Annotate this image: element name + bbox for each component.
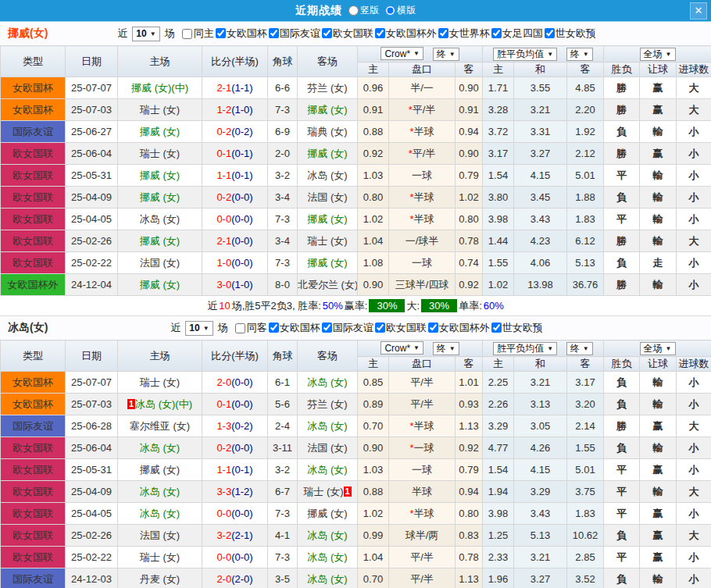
match-count-select[interactable]: 10▼ <box>132 27 159 41</box>
handicap-odds-home: 0.88 <box>358 121 389 143</box>
odds-stage-select[interactable]: 终▼ <box>433 342 459 355</box>
orientation-horizontal-radio[interactable]: 横版 <box>385 4 416 17</box>
league-checkbox[interactable] <box>545 28 555 38</box>
league-checkbox[interactable] <box>428 323 438 333</box>
close-button[interactable]: ✕ <box>690 2 707 20</box>
avg-odds-draw: 13.98 <box>514 274 567 296</box>
league-filter[interactable]: 世女欧预 <box>543 27 596 41</box>
league-checkbox[interactable] <box>216 28 226 38</box>
col-header-date: 日期 <box>66 46 118 77</box>
results-body: 女欧国杯 25-07-07 挪威 (女)(中) 2-1(1-1) 6-6 芬兰 … <box>1 77 711 296</box>
league-filter-label: 欧女国联 <box>386 321 427 335</box>
league-filter[interactable]: 世女欧预 <box>490 321 543 335</box>
avg-stage-select[interactable]: 终▼ <box>566 342 593 355</box>
avg-odds-away: 3.75 <box>567 481 604 503</box>
sub-header-handicap-result: 让球 <box>640 357 677 372</box>
handicap-odds-away: 0.80 <box>456 208 483 230</box>
league-filter[interactable]: 国际友谊 <box>267 27 320 41</box>
avg-odds-draw: 4.06 <box>514 252 567 274</box>
scope-select[interactable]: 全场▼ <box>640 48 676 61</box>
handicap-odds-home: 0.89 <box>358 394 389 415</box>
league-checkbox[interactable] <box>269 28 279 38</box>
league-checkbox[interactable] <box>322 28 332 38</box>
result-handicap: 赢 <box>640 415 677 437</box>
league-filter[interactable]: 女欧国杯 <box>267 321 320 335</box>
league-checkbox[interactable] <box>269 323 279 333</box>
summary-win-odds-label: 赢率: <box>345 299 368 313</box>
handicap-odds-home: 0.80 <box>358 187 389 208</box>
scope-select[interactable]: 全场▼ <box>640 342 676 355</box>
avg-odds-draw: 3.55 <box>514 77 567 99</box>
bookmaker-select[interactable]: Crow*▼ <box>381 47 423 60</box>
team-label: 挪威 (女) <box>307 148 347 159</box>
league-filter[interactable]: 欧女国联 <box>320 27 373 41</box>
orientation-vertical-radio[interactable]: 竖版 <box>348 4 379 17</box>
league-filter[interactable]: 女欧国杯外 <box>427 321 490 335</box>
handicap-line: 平/半 <box>389 547 456 568</box>
halftime-score: (1-0) <box>231 279 252 290</box>
horizontal-radio-input[interactable] <box>385 5 395 16</box>
avg-odds-home: 3.72 <box>483 121 514 143</box>
league-filter-label: 国际友谊 <box>280 27 320 41</box>
league-checkbox[interactable] <box>375 323 385 333</box>
avg-odds-draw: 3.05 <box>514 415 567 437</box>
league-filter[interactable]: 女世界杯 <box>437 27 490 41</box>
league-filter[interactable]: 欧女国联 <box>373 321 427 335</box>
vertical-radio-input[interactable] <box>348 5 359 16</box>
team-label: 冰岛 (女)(中) <box>135 398 192 410</box>
avg-odds-home: 1.71 <box>483 77 514 99</box>
handicap-odds-home: 0.88 <box>358 481 389 503</box>
sub-header-goals-result: 进球数 <box>677 62 711 77</box>
result-goals: 小 <box>677 208 711 230</box>
avg-odds-value: 胜平负均值 <box>497 48 544 61</box>
avg-odds-home: 3.17 <box>483 143 514 165</box>
match-date: 25-06-27 <box>66 121 118 143</box>
avg-odds-select[interactable]: 胜平负均值▼ <box>493 48 557 61</box>
handicap-line: 一球 <box>389 459 456 481</box>
col-header-type: 类型 <box>1 46 66 77</box>
league-filter[interactable]: 女欧国杯 <box>214 27 267 41</box>
handicap-odds-home: 1.04 <box>358 547 389 568</box>
league-checkbox[interactable] <box>491 323 502 333</box>
handicap-line: 球半/两 <box>389 525 456 547</box>
halftime-score: (0-1) <box>231 464 252 476</box>
league-filter[interactable]: 女足四国 <box>490 27 543 41</box>
table-row: 欧女国联 25-02-22 法国 (女) 1-0(0-0) 7-3 挪威 (女)… <box>1 252 711 274</box>
fulltime-score: 3-2 <box>216 529 231 541</box>
changed-line-marker: * <box>409 213 413 225</box>
league-filter[interactable]: 女欧国杯外 <box>373 27 437 41</box>
table-row: 欧女国联 25-04-05 冰岛 (女) 0-0(0-0) 7-3 挪威 (女)… <box>1 503 711 525</box>
result-goals: 小 <box>677 165 711 187</box>
league-filter[interactable]: 国际友谊 <box>320 321 373 335</box>
avg-odds-home: 1.54 <box>483 459 514 481</box>
match-date: 25-02-22 <box>66 252 118 274</box>
chevron-down-icon: ▼ <box>203 325 209 332</box>
same-venue-checkbox[interactable] <box>235 323 245 333</box>
bookmaker-select[interactable]: Crow*▼ <box>381 341 423 355</box>
match-date: 25-02-22 <box>66 547 118 568</box>
same-venue-checkbox[interactable] <box>182 29 192 39</box>
match-count-select[interactable]: 10▼ <box>185 321 213 336</box>
corner-score: 8-0 <box>268 274 298 296</box>
corner-score: 7-3 <box>268 503 298 525</box>
summary-record: 场,胜5平2负3, 胜率: <box>232 299 321 313</box>
team-label: 瑞典 (女) <box>307 126 347 137</box>
handicap-odds-away: 0.78 <box>456 547 483 568</box>
handicap-odds-away: 0.79 <box>456 165 483 187</box>
avg-odds-select[interactable]: 胜平负均值▼ <box>493 342 557 355</box>
league-checkbox[interactable] <box>438 28 448 38</box>
team-label: 冰岛 (女) <box>140 213 180 225</box>
league-checkbox[interactable] <box>491 28 502 38</box>
league-checkbox[interactable] <box>375 28 385 38</box>
odds-stage-value: 终 <box>437 48 446 61</box>
chevron-down-icon: ▼ <box>547 345 553 352</box>
changed-line-marker: * <box>409 191 413 203</box>
odds-stage-select[interactable]: 终▼ <box>433 48 459 61</box>
fulltime-score: 0-0 <box>216 551 231 563</box>
chevron-down-icon: ▼ <box>449 51 456 58</box>
sub-header-result: 胜负 <box>604 357 640 372</box>
league-checkbox[interactable] <box>322 323 332 333</box>
avg-stage-select[interactable]: 终▼ <box>566 48 593 61</box>
handicap-line: 三球半/四球 <box>389 274 456 296</box>
corner-score: 4-1 <box>268 525 298 547</box>
